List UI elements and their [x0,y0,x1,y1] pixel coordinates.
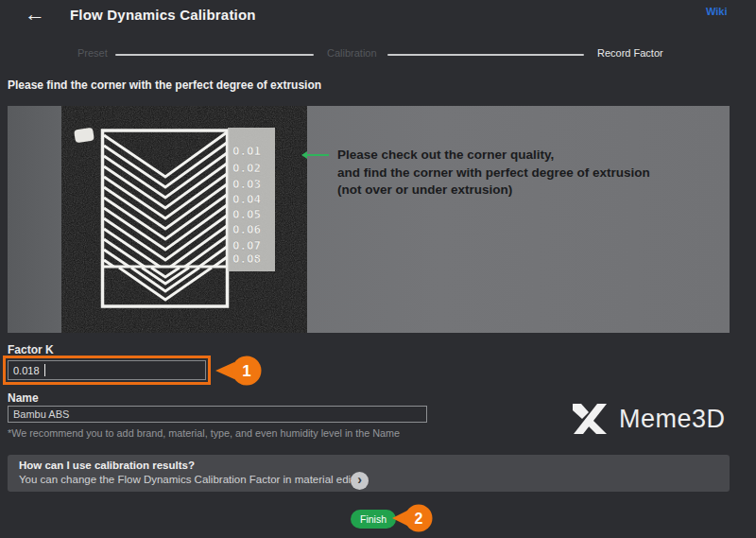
info-arrow-button[interactable]: › [351,472,369,490]
instruction-text: Please find the corner with the perfect … [8,78,321,92]
name-input[interactable] [8,406,427,423]
green-arrow-line [306,154,329,156]
strip-label: 0.06 [232,222,261,236]
svg-text:1: 1 [242,362,250,380]
info-body: You can change the Flow Dynamics Calibra… [19,474,369,485]
callout-badge-2: 2 [390,504,436,533]
text-caret [44,364,45,376]
calibration-print-photo: 0.01 0.02 0.03 0.04 0.05 0.06 0.07 0.08 [61,106,307,333]
step-connector [115,54,314,56]
strip-label: 0.08 [232,252,261,266]
back-arrow-icon[interactable]: ← [25,2,45,26]
strip-label: 0.07 [232,238,261,252]
factor-k-label: Factor K [8,343,54,356]
strip-label: 0.02 [232,161,261,175]
meme3d-logo-icon [573,404,608,434]
strip-label: 0.01 [232,144,261,158]
step-calibration: Calibration [327,47,377,59]
strip-label: 0.03 [232,177,261,191]
name-label: Name [8,391,39,405]
flow-dynamics-calibration-window: ← Flow Dynamics Calibration Wiki Preset … [0,0,756,538]
info-title: How can I use calibration results? [19,460,195,471]
watermark: Meme3D [573,404,726,434]
photo-tape-blob [74,128,94,144]
step-preset: Preset [77,47,108,59]
page-title: Flow Dynamics Calibration [70,7,256,23]
callout-badge-1: 1 [214,356,263,387]
step-record-factor: Record Factor [597,47,663,59]
step-connector [387,54,584,56]
svg-text:2: 2 [415,511,423,527]
wiki-link[interactable]: Wiki [706,6,728,17]
corner-quality-note: Please check out the corner quality, and… [337,147,650,200]
name-hint: *We recommend you to add brand, material… [8,427,400,439]
strip-label: 0.05 [232,207,261,221]
strip-label: 0.04 [232,192,261,206]
watermark-text: Meme3D [619,405,726,434]
finish-button[interactable]: Finish [351,510,396,529]
factor-k-input[interactable] [8,360,206,380]
